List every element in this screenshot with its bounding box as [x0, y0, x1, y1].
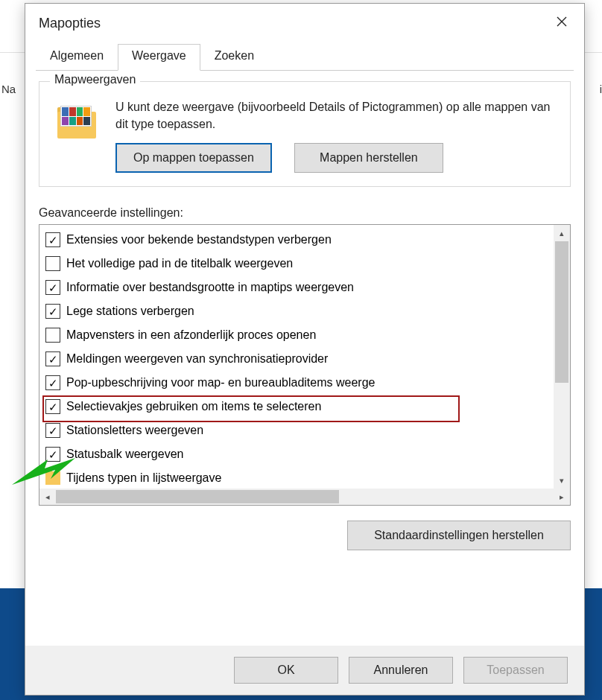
- advanced-setting-item[interactable]: Informatie over bestandsgrootte in mapti…: [45, 276, 554, 299]
- folder-icon: [45, 471, 60, 485]
- advanced-setting-item[interactable]: Stationsletters weergeven: [45, 419, 554, 442]
- setting-checkbox[interactable]: [45, 375, 60, 390]
- dialog-title: Mapopties: [39, 16, 101, 31]
- folder-views-icon: [53, 98, 101, 140]
- setting-checkbox[interactable]: [45, 232, 60, 247]
- folder-views-description: U kunt deze weergave (bijvoorbeeld Detai…: [115, 98, 557, 133]
- advanced-setting-group[interactable]: Tijdens typen in lijstweergave: [45, 466, 554, 489]
- setting-label: Lege stations verbergen: [66, 305, 194, 318]
- setting-checkbox[interactable]: [45, 423, 60, 438]
- apply-button[interactable]: Toepassen: [463, 657, 568, 684]
- background-left-text: Na: [1, 83, 16, 95]
- apply-to-folders-button[interactable]: Op mappen toepassen: [115, 143, 272, 173]
- setting-checkbox[interactable]: [45, 256, 60, 271]
- scroll-up-button[interactable]: ▴: [554, 225, 570, 241]
- setting-label: Statusbalk weergeven: [66, 448, 183, 461]
- horizontal-scroll-thumb[interactable]: [56, 490, 339, 503]
- advanced-setting-item[interactable]: Selectievakjes gebruiken om items te sel…: [45, 395, 554, 419]
- advanced-setting-item[interactable]: Mapvensters in een afzonderlijk proces o…: [45, 323, 554, 347]
- setting-checkbox[interactable]: [45, 447, 60, 462]
- dialog-footer: OK Annuleren Toepassen: [25, 646, 584, 695]
- tab-strip: Algemeen Weergave Zoeken: [25, 42, 584, 71]
- advanced-setting-item[interactable]: Lege stations verbergen: [45, 299, 554, 323]
- advanced-setting-item[interactable]: Statusbalk weergeven: [45, 442, 554, 466]
- reset-folders-button[interactable]: Mappen herstellen: [294, 143, 443, 173]
- setting-label: Pop-upbeschrijving voor map- en bureaubl…: [66, 376, 375, 389]
- background-right-text: i: [600, 83, 602, 95]
- folder-options-dialog: Mapopties Algemeen Weergave Zoeken Mapwe…: [25, 3, 585, 696]
- tab-view[interactable]: Weergave: [118, 44, 200, 71]
- close-button[interactable]: [545, 8, 578, 35]
- horizontal-scrollbar[interactable]: ◂ ▸: [39, 489, 570, 505]
- advanced-setting-item[interactable]: Extensies voor bekende bestandstypen ver…: [45, 228, 554, 252]
- folder-views-group: Mapweergaven U kunt deze weergave (bijvo…: [39, 81, 571, 187]
- close-icon: [556, 16, 568, 28]
- setting-checkbox[interactable]: [45, 351, 60, 366]
- cancel-button[interactable]: Annuleren: [349, 657, 453, 684]
- setting-checkbox[interactable]: [45, 399, 60, 414]
- advanced-setting-item[interactable]: Pop-upbeschrijving voor map- en bureaubl…: [45, 371, 554, 395]
- scroll-down-button[interactable]: ▾: [554, 472, 570, 489]
- setting-checkbox[interactable]: [45, 328, 60, 343]
- setting-label: Extensies voor bekende bestandstypen ver…: [66, 233, 332, 246]
- vertical-scroll-thumb[interactable]: [555, 241, 568, 383]
- setting-label: Mapvensters in een afzonderlijk proces o…: [66, 328, 316, 342]
- advanced-settings-list: Extensies voor bekende bestandstypen ver…: [39, 224, 571, 506]
- tab-general[interactable]: Algemeen: [36, 44, 118, 71]
- advanced-setting-item[interactable]: Het volledige pad in de titelbalk weerge…: [45, 252, 554, 276]
- advanced-setting-item[interactable]: Meldingen weergeven van synchronisatiepr…: [45, 347, 554, 371]
- ok-button[interactable]: OK: [234, 657, 338, 684]
- tab-search[interactable]: Zoeken: [200, 44, 268, 71]
- setting-label: Informatie over bestandsgrootte in mapti…: [66, 281, 354, 294]
- setting-checkbox[interactable]: [45, 304, 60, 319]
- setting-label: Meldingen weergeven van synchronisatiepr…: [66, 352, 328, 366]
- vertical-scrollbar[interactable]: ▴ ▾: [554, 225, 570, 489]
- scroll-left-button[interactable]: ◂: [39, 489, 56, 505]
- setting-label: Stationsletters weergeven: [66, 424, 203, 437]
- advanced-settings-label: Geavanceerde instellingen:: [39, 206, 571, 220]
- setting-label: Selectievakjes gebruiken om items te sel…: [66, 400, 321, 413]
- scroll-right-button[interactable]: ▸: [554, 489, 570, 505]
- restore-defaults-button[interactable]: Standaardinstellingen herstellen: [347, 521, 571, 550]
- setting-group-label: Tijdens typen in lijstweergave: [66, 471, 221, 485]
- folder-views-legend: Mapweergaven: [50, 73, 140, 86]
- setting-label: Het volledige pad in de titelbalk weerge…: [66, 257, 293, 270]
- setting-checkbox[interactable]: [45, 280, 60, 295]
